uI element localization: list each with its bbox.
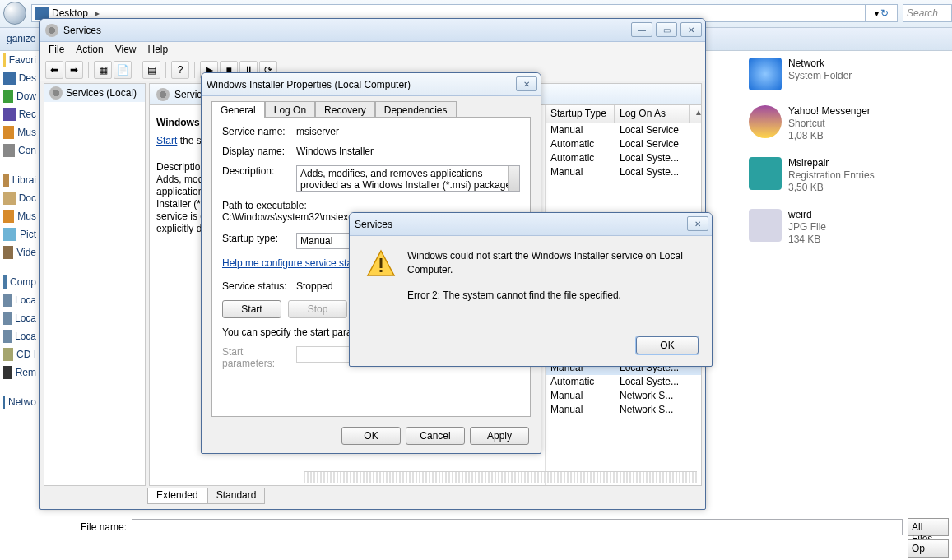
- tab-general[interactable]: General: [211, 101, 265, 118]
- back-button[interactable]: [3, 2, 26, 25]
- document-icon: [3, 192, 16, 205]
- service-row: [546, 179, 701, 193]
- start-service-link[interactable]: Start: [156, 135, 177, 146]
- service-row[interactable]: Manual Local Syste...: [546, 165, 701, 179]
- cell-startup: Manual: [546, 123, 615, 137]
- picture-icon: [3, 228, 16, 241]
- desktop-item[interactable]: Yahoo! Messenger Shortcut 1,08 KB: [749, 105, 938, 142]
- error-titlebar[interactable]: Services ✕: [350, 213, 712, 236]
- nav-drive2[interactable]: Loca: [0, 309, 39, 327]
- file-icon: [749, 209, 782, 242]
- value-display-name: Windows Installer: [296, 146, 520, 157]
- tab-logon[interactable]: Log On: [265, 101, 315, 118]
- nav-videos[interactable]: Vide: [0, 243, 39, 261]
- service-row[interactable]: Automatic Local Syste...: [546, 151, 701, 165]
- cell-startup: Manual: [546, 165, 615, 179]
- item-name: weird: [788, 209, 826, 221]
- properties-titlebar[interactable]: Windows Installer Properties (Local Comp…: [202, 73, 541, 96]
- refresh-button[interactable]: ▾ ↻: [865, 4, 898, 22]
- menu-help[interactable]: Help: [148, 44, 169, 56]
- svg-rect-1: [380, 258, 383, 268]
- service-row[interactable]: Manual Network S...: [546, 389, 701, 403]
- back-button[interactable]: ⬅: [45, 61, 63, 79]
- service-row: [546, 193, 701, 207]
- nav-music2[interactable]: Mus: [0, 207, 39, 225]
- tab-dependencies[interactable]: Dependencies: [375, 101, 457, 118]
- tab-recovery[interactable]: Recovery: [315, 101, 375, 118]
- ok-button[interactable]: OK: [636, 336, 699, 354]
- properties-button[interactable]: 📄: [114, 61, 132, 79]
- splitter[interactable]: [304, 471, 697, 483]
- service-row[interactable]: Automatic Local Syste...: [546, 375, 701, 389]
- scrollbar-up[interactable]: ▲: [690, 105, 701, 123]
- cd-icon: [3, 348, 13, 361]
- ok-button[interactable]: OK: [341, 427, 401, 445]
- menu-file[interactable]: File: [49, 44, 64, 56]
- service-row[interactable]: Manual Local Service: [546, 123, 701, 137]
- nav-drive1[interactable]: Loca: [0, 291, 39, 309]
- help-link[interactable]: Help me configure service startup: [222, 257, 369, 269]
- nav-favorites[interactable]: Favori: [0, 51, 39, 69]
- nav-computer[interactable]: Comp: [0, 273, 39, 291]
- filename-input[interactable]: [132, 519, 903, 535]
- nav-cd[interactable]: CD I: [0, 345, 39, 363]
- export-button[interactable]: ▤: [142, 61, 160, 79]
- close-button[interactable]: ✕: [680, 22, 702, 37]
- col-logon-as[interactable]: Log On As: [615, 105, 690, 123]
- tree-services-local[interactable]: Services (Local): [44, 84, 145, 102]
- organize-button[interactable]: ganize: [0, 31, 42, 46]
- tab-extended[interactable]: Extended: [147, 488, 207, 504]
- nav-downloads[interactable]: Dow: [0, 87, 39, 105]
- cell-logon: Network S...: [615, 389, 701, 403]
- minimize-button[interactable]: —: [631, 22, 652, 37]
- nav-drive3[interactable]: Loca: [0, 327, 39, 345]
- nav-contacts[interactable]: Con: [0, 141, 39, 160]
- nav-recent[interactable]: Rec: [0, 105, 39, 123]
- cell-startup: Automatic: [546, 151, 615, 165]
- label-path: Path to executable:: [222, 200, 520, 211]
- cell-logon: [615, 179, 701, 193]
- desktop-item[interactable]: Msirepair Registration Entries 3,50 KB: [749, 157, 938, 194]
- scrollbar[interactable]: [508, 166, 519, 191]
- col-startup-type[interactable]: Startup Type: [546, 105, 615, 123]
- services-icon: [45, 24, 58, 37]
- nav-desktop[interactable]: Des: [0, 69, 39, 87]
- service-row[interactable]: Manual Network S...: [546, 403, 701, 417]
- desktop-icons: Network System Folder Yahoo! Messenger S…: [749, 58, 938, 261]
- apply-button[interactable]: Apply: [470, 427, 529, 445]
- cell-startup: [546, 193, 615, 207]
- desktop-item[interactable]: weird JPG File 134 KB: [749, 209, 938, 246]
- show-hide-button[interactable]: ▦: [94, 61, 112, 79]
- open-button[interactable]: Op: [908, 539, 949, 558]
- search-input[interactable]: Search: [903, 4, 952, 22]
- item-type: Registration Entries: [788, 169, 875, 182]
- cancel-button[interactable]: Cancel: [406, 427, 465, 445]
- service-row[interactable]: Automatic Local Service: [546, 137, 701, 151]
- desktop-item[interactable]: Network System Folder: [749, 58, 938, 90]
- close-button[interactable]: ✕: [687, 216, 708, 231]
- nav-music[interactable]: Mus: [0, 123, 39, 141]
- nav-removable[interactable]: Rem: [0, 363, 39, 382]
- start-button[interactable]: Start: [222, 300, 281, 318]
- open-row: Op: [908, 539, 952, 558]
- nav-documents[interactable]: Doc: [0, 189, 39, 207]
- item-name: Yahoo! Messenger: [788, 105, 871, 118]
- item-type: JPG File: [788, 221, 826, 234]
- close-button[interactable]: ✕: [516, 76, 537, 91]
- maximize-button[interactable]: ▭: [656, 22, 677, 37]
- nav-pictures[interactable]: Pict: [0, 225, 39, 243]
- help-button[interactable]: ?: [171, 61, 189, 79]
- tab-standard[interactable]: Standard: [207, 488, 266, 504]
- explorer-nav: Favori Des Dow Rec Mus Con Librai Doc Mu…: [0, 51, 39, 511]
- filetype-dropdown[interactable]: All Files: [908, 518, 949, 536]
- item-type: Shortcut: [788, 118, 871, 130]
- menu-action[interactable]: Action: [76, 44, 103, 56]
- nav-network[interactable]: Netwo: [0, 393, 39, 411]
- label-service-name: Service name:: [222, 126, 296, 137]
- forward-button[interactable]: ➡: [65, 61, 83, 79]
- nav-libraries[interactable]: Librai: [0, 171, 39, 189]
- error-message-1: Windows could not start the Windows Inst…: [407, 249, 695, 277]
- services-titlebar[interactable]: Services — ▭ ✕: [40, 19, 705, 42]
- menu-view[interactable]: View: [115, 44, 137, 56]
- description-box[interactable]: Adds, modifies, and removes applications…: [296, 165, 520, 192]
